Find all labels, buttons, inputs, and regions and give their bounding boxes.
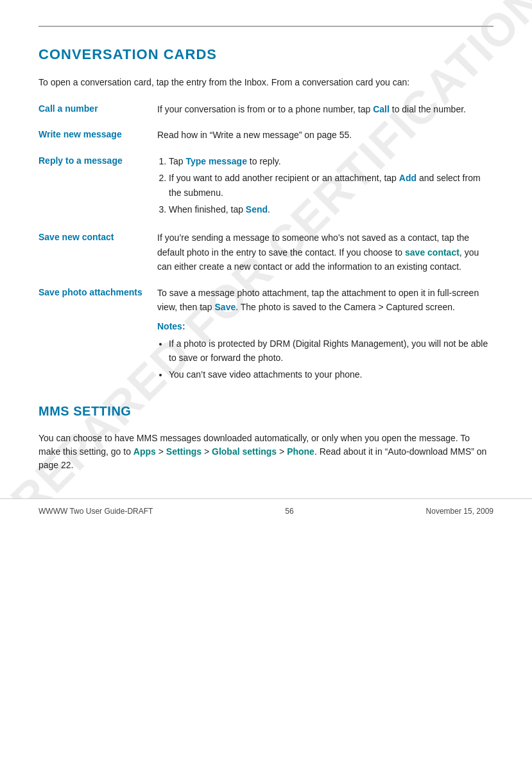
notes-list: If a photo is protected by DRM (Digital … <box>169 337 493 382</box>
top-rule <box>39 26 493 27</box>
notes-label: Notes: <box>157 319 493 333</box>
desc-call-number: If your conversation is from or to a pho… <box>157 102 493 116</box>
reply-step-3: When finished, tap Send. <box>169 202 493 216</box>
apps-link: Apps <box>133 446 156 457</box>
reply-step-2: If you want to add another recipient or … <box>169 171 493 200</box>
save-link: Save <box>215 302 236 312</box>
note-item-2: You can’t save video attachments to your… <box>169 367 493 382</box>
footer-left: WWWW Two User Guide-DRAFT <box>39 507 153 516</box>
section1-title: CONVERSATION CARDS <box>39 46 493 63</box>
send-link: Send <box>246 204 268 215</box>
def-row-call: Call a number If your conversation is fr… <box>39 102 493 116</box>
section-divider: MMS SETTING <box>39 404 493 419</box>
desc-save-contact: If you’re sending a message to someone w… <box>157 231 493 274</box>
phone-link: Phone <box>287 446 314 457</box>
save-contact-link: save contact <box>405 247 459 258</box>
add-link: Add <box>399 173 416 183</box>
page: PREPARED FOR CERTIFICATION CONVERSATION … <box>0 0 532 523</box>
type-message-link: Type message <box>185 156 246 166</box>
footer: WWWW Two User Guide-DRAFT 56 November 15… <box>0 498 532 523</box>
desc-reply-message: Tap Type message to reply. If you want t… <box>157 154 493 220</box>
desc-write-message: Read how in “Write a new message” on pag… <box>157 128 493 142</box>
note-item-1: If a photo is protected by DRM (Digital … <box>169 337 493 365</box>
call-link: Call <box>373 104 390 114</box>
reply-step-1: Tap Type message to reply. <box>169 154 493 168</box>
def-row-save-contact: Save new contact If you’re sending a mes… <box>39 231 493 274</box>
definition-list: Call a number If your conversation is fr… <box>39 102 493 385</box>
global-settings-link: Global settings <box>212 446 277 457</box>
footer-page-number: 56 <box>153 507 425 516</box>
def-row-save-photo: Save photo attachments To save a message… <box>39 286 493 385</box>
term-save-photo: Save photo attachments <box>39 286 157 299</box>
settings-link: Settings <box>166 446 202 457</box>
term-save-contact: Save new contact <box>39 231 157 244</box>
content-area: CONVERSATION CARDS To open a conversatio… <box>39 46 493 472</box>
footer-right: November 15, 2009 <box>426 507 493 516</box>
term-call-number: Call a number <box>39 102 157 116</box>
intro-paragraph: To open a conversation card, tap the ent… <box>39 76 493 89</box>
def-row-write: Write new message Read how in “Write a n… <box>39 128 493 142</box>
desc-save-photo: To save a message photo attachment, tap … <box>157 286 493 385</box>
save-photo-para: To save a message photo attachment, tap … <box>157 286 493 315</box>
term-reply-message: Reply to a message <box>39 154 157 168</box>
def-row-reply: Reply to a message Tap Type message to r… <box>39 154 493 220</box>
term-write-message: Write new message <box>39 128 157 141</box>
mms-setting-para: You can choose to have MMS messages down… <box>39 432 493 472</box>
section2-title: MMS SETTING <box>39 404 493 419</box>
